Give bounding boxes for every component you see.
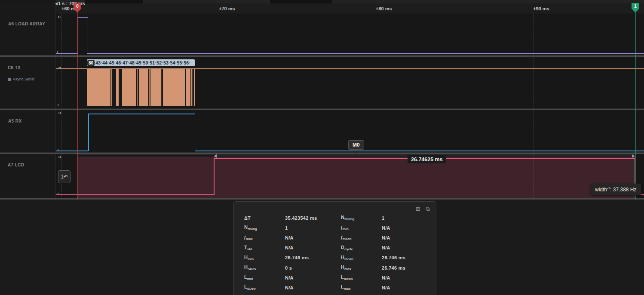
serial-bit-edge (190, 69, 191, 106)
a5-waveform-low (195, 151, 644, 151)
pulse-width-label: 26.74625 ms (408, 156, 446, 163)
stat-row: LmaxN/A (341, 283, 429, 292)
stat-label: fmin (341, 224, 382, 231)
serial-bit-edge (115, 69, 116, 106)
timing-marker-line (635, 3, 636, 200)
stat-value: N/A (285, 275, 294, 280)
serial-bit-edge (121, 69, 122, 106)
stat-row: Hmean26.746 ms (341, 253, 429, 263)
width-measure-arrow-left-icon (214, 154, 217, 158)
stat-row: fminN/A (341, 223, 429, 233)
stat-value: 1 (285, 225, 288, 230)
width-measure-arrow-right-icon (632, 154, 635, 158)
measurement-range-bar[interactable] (77, 154, 635, 154)
top-strip-patch (270, 0, 332, 3)
stat-row: DcycleN/A (341, 243, 429, 253)
serial-bit-edge (136, 69, 137, 106)
stat-value: N/A (382, 285, 390, 290)
serial-bit-edge (161, 69, 162, 106)
serial-bit-edge (162, 69, 163, 106)
top-strip-left (0, 0, 56, 3)
stat-value: N/A (382, 235, 390, 240)
stat-row: TstdN/A (244, 243, 341, 253)
low-level-label: L (58, 148, 60, 152)
decode-bytes: 43·44·45·46·47·48·49·50·51·52·53·54·55·5… (95, 60, 190, 65)
stat-row: LSDevN/A (244, 283, 341, 292)
stat-row: LmeanN/A (341, 273, 429, 283)
stat-row: Nrising1 (244, 223, 341, 233)
measurement-name-tooltip[interactable]: M0 (348, 140, 364, 150)
channel-label-a5[interactable]: A5 RX (8, 119, 21, 123)
stat-value: 1 (382, 215, 384, 221)
timeline-ruler[interactable] (56, 3, 644, 13)
low-level-label: L (57, 50, 59, 54)
stat-label: Tstd (244, 245, 285, 251)
stat-value: N/A (382, 225, 390, 230)
measurement-tooltip-pointer (353, 151, 359, 154)
serial-bit-edge (148, 69, 149, 106)
stat-label: fmean (341, 234, 382, 241)
stat-label: Lmean (341, 274, 382, 281)
logic-analyzer-capture-view: ◀1 s : 700 ms +60 ms+70 ms+80 ms+90 ms A… (0, 0, 644, 295)
pan-left-icon: ◀ (55, 2, 58, 6)
a5-waveform-high (88, 114, 195, 114)
stat-label: Hmax (341, 264, 382, 271)
serial-decode-bubble[interactable]: 80 43·44·45·46·47·48·49·50·51·52·53·54·5… (87, 59, 195, 66)
serial-bit-edge (110, 69, 111, 106)
channel-sidebar (0, 3, 56, 200)
low-level-label: L (58, 103, 60, 107)
stat-row: fmeanN/A (341, 233, 429, 243)
stat-row: Hmax26.746 ms (341, 263, 429, 273)
high-level-label: H (58, 15, 61, 19)
a5-waveform-edge (195, 114, 196, 151)
serial-bit-edge (138, 69, 139, 106)
row-separator[interactable] (0, 55, 644, 57)
high-level-label: H (58, 155, 61, 159)
stat-label: LSDev (244, 284, 285, 291)
serial-bit-edge (185, 69, 186, 106)
stat-value: N/A (285, 285, 294, 290)
serial-bit-edge (193, 69, 194, 106)
a6-waveform-low (87, 53, 644, 54)
copy-icon[interactable]: ⧉ (426, 206, 430, 212)
settings-grid-icon[interactable]: ⊞ (416, 206, 420, 212)
channel-label-a6[interactable]: A6 LOAD ARRAY (8, 22, 45, 26)
stat-label: Hmin (244, 255, 285, 261)
stat-label: Nfalling (341, 215, 382, 221)
stat-label: Nrising (244, 224, 285, 231)
channel-label-a7[interactable]: A7 LCD (8, 163, 25, 167)
stat-label: ΔT (244, 215, 285, 221)
stat-value: N/A (382, 275, 390, 280)
stat-value: N/A (285, 245, 294, 250)
row-separator[interactable] (0, 108, 644, 110)
measurement-stats-panel[interactable]: ⊞⧉ ΔT35.423542 msNrising1fmaxN/ATstdN/AH… (233, 201, 436, 295)
stat-value: N/A (285, 235, 294, 240)
high-level-label: H (58, 111, 61, 115)
serial-bit-edge (192, 69, 193, 106)
timing-marker-line (77, 3, 78, 200)
a6-waveform-low (56, 53, 77, 54)
stat-row: ΔT35.423542 ms (244, 213, 341, 223)
jump-to-edge-button[interactable]: 1↶ (58, 170, 71, 183)
stat-value: 35.423542 ms (285, 215, 317, 221)
measurement-region-fill[interactable] (77, 157, 635, 198)
stat-row: HSDev0 s (244, 263, 341, 273)
stat-value: 26.746 ms (382, 265, 405, 270)
channel-label-c6[interactable]: C6 TX (8, 65, 21, 70)
a5-waveform-low (56, 151, 88, 151)
ruler-tick-label: +70 ms (219, 6, 235, 11)
ruler-tick-label: +80 ms (376, 6, 392, 11)
c6-serial-burst (87, 69, 195, 106)
stat-value: 26.746 ms (382, 255, 405, 260)
stat-label: fmax (244, 234, 285, 241)
low-level-label: L (58, 192, 60, 196)
high-level-label: H (58, 66, 61, 70)
analyzer-label[interactable]: Async Serial (8, 77, 34, 81)
stat-value: N/A (382, 245, 390, 250)
top-strip-patch (85, 0, 143, 3)
stat-row: LminN/A (244, 273, 341, 283)
frequency-tooltip: width-1: 37.388 Hz (591, 184, 641, 195)
ruler-tick-label: +90 ms (533, 6, 549, 11)
stat-label: Lmin (244, 274, 285, 281)
analyzer-swatch-icon (8, 78, 11, 81)
